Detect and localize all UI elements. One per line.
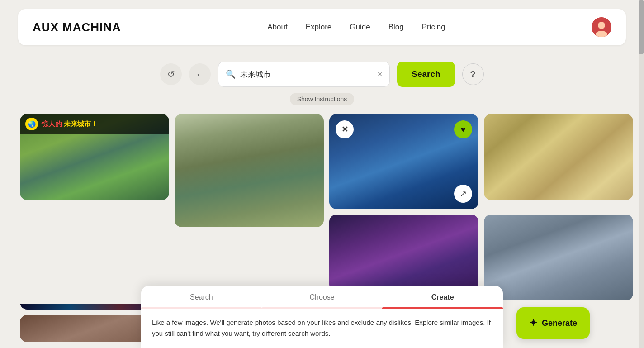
search-box: 🔍 × [218, 62, 390, 87]
generate-label: Generate [542, 319, 577, 328]
image-card-3[interactable]: ✕ ♥ ↗ [329, 114, 478, 209]
image-1-overlay: 🌏 惊人的 未来城市！ [20, 114, 169, 134]
refresh-icon: ↺ [167, 69, 175, 80]
instructions-area: Show Instructions [0, 95, 644, 103]
generate-star-icon: ✦ [529, 317, 537, 329]
image-card-2[interactable] [175, 114, 324, 227]
user-avatar[interactable] [592, 17, 611, 37]
image-card-1[interactable]: 🌏 惊人的 未来城市！ [20, 114, 169, 200]
nav: About Explore Guide Blog Pricing [267, 23, 445, 32]
nav-pricing[interactable]: Pricing [422, 23, 445, 32]
scrollbar-thumb[interactable] [639, 0, 644, 54]
nav-about[interactable]: About [267, 23, 287, 32]
like-button[interactable]: ♥ [454, 120, 472, 138]
tab-choose[interactable]: Choose [262, 286, 383, 309]
image-card-4[interactable] [484, 114, 633, 200]
help-button[interactable]: ? [462, 63, 484, 85]
image-card-6[interactable] [329, 215, 478, 291]
nav-explore[interactable]: Explore [306, 23, 332, 32]
refresh-button[interactable]: ↺ [160, 63, 182, 85]
bottom-tabs: Search Choose Create [141, 286, 503, 309]
image-2 [175, 114, 324, 227]
image-1-title: 惊人的 未来城市！ [42, 120, 98, 129]
svg-point-1 [598, 22, 605, 29]
close-icon: ✕ [341, 124, 348, 134]
scrollbar[interactable] [639, 0, 644, 348]
arrow-icon: ↗ [460, 189, 467, 199]
image-4 [484, 114, 633, 200]
generate-button[interactable]: ✦ Generate [516, 307, 590, 339]
bottom-panel: Search Choose Create Like a few images. … [141, 286, 503, 348]
expand-button[interactable]: ↗ [454, 185, 472, 203]
nav-guide[interactable]: Guide [350, 23, 370, 32]
search-icon: 🔍 [226, 69, 236, 79]
image-card-7[interactable] [484, 215, 633, 300]
tab-create[interactable]: Create [382, 286, 503, 309]
dislike-button[interactable]: ✕ [336, 120, 354, 138]
search-area: ↺ ← 🔍 × Search ? [0, 62, 644, 87]
nav-blog[interactable]: Blog [388, 23, 404, 32]
back-icon: ← [195, 69, 204, 80]
clear-button[interactable]: × [378, 70, 383, 79]
bottom-content: Like a few images. We'll generate photos… [141, 309, 503, 348]
bottom-description: Like a few images. We'll generate photos… [152, 319, 491, 337]
search-input[interactable] [240, 70, 373, 79]
header: AUX MACHINA About Explore Guide Blog Pri… [18, 9, 626, 45]
tab-search[interactable]: Search [141, 286, 262, 309]
heart-icon: ♥ [461, 125, 466, 134]
logo: AUX MACHINA [33, 20, 121, 34]
search-button[interactable]: Search [397, 62, 455, 87]
back-button[interactable]: ← [189, 63, 211, 85]
overlay-icon: 🌏 [25, 118, 38, 130]
image-6 [329, 215, 478, 291]
image-7 [484, 215, 633, 300]
